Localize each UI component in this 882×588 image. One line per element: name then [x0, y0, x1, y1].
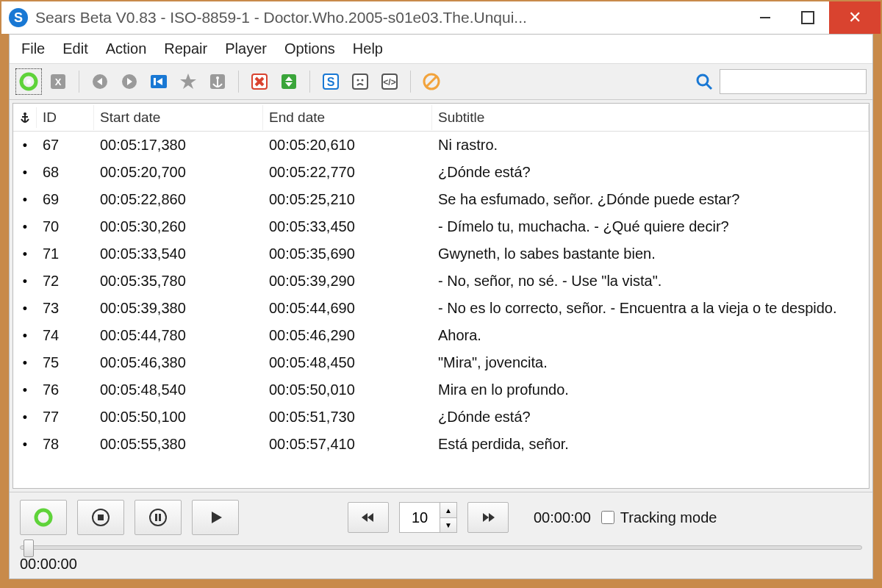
table-row[interactable]: 7700:05:50,10000:05:51,730¿Dónde está?	[13, 404, 869, 431]
row-start: 00:05:22,860	[94, 188, 263, 211]
row-end: 00:05:46,290	[263, 324, 432, 347]
s-logo-icon[interactable]: S	[318, 68, 344, 95]
tracking-mode-input[interactable]	[601, 511, 614, 524]
table-row[interactable]: 7300:05:39,38000:05:44,690- No es lo cor…	[13, 295, 869, 322]
row-bullet	[13, 433, 37, 456]
svg-marker-43	[362, 513, 368, 522]
row-id: 76	[37, 379, 94, 401]
row-bullet	[13, 406, 37, 429]
svg-rect-23	[353, 74, 368, 89]
record-icon[interactable]	[15, 68, 42, 95]
step-up[interactable]: ▲	[440, 503, 456, 517]
export-icon[interactable]	[146, 68, 172, 95]
row-id: 70	[37, 215, 94, 238]
row-start: 00:05:35,780	[94, 270, 263, 293]
search-input[interactable]	[720, 69, 867, 94]
row-id: 69	[37, 188, 94, 211]
row-start: 00:05:17,380	[94, 134, 263, 157]
row-start: 00:05:20,700	[94, 161, 263, 184]
row-subtitle: "Mira", jovencita.	[432, 351, 869, 374]
delete-x-icon[interactable]	[246, 68, 273, 95]
col-subtitle[interactable]: Subtitle	[432, 105, 869, 130]
player-forward-button[interactable]	[467, 502, 509, 533]
svg-marker-44	[483, 513, 489, 522]
table-row[interactable]: 7500:05:46,38000:05:48,450"Mira", jovenc…	[13, 349, 869, 376]
col-anchor[interactable]	[13, 107, 37, 128]
star-icon[interactable]	[175, 68, 201, 95]
row-subtitle: - Dímelo tu, muchacha. - ¿Qué quiere dec…	[432, 215, 869, 238]
menu-help[interactable]: Help	[345, 37, 390, 60]
table-row[interactable]: 7400:05:44,78000:05:46,290Ahora.	[13, 322, 869, 349]
row-subtitle: Gwyneth, lo sabes bastante bien.	[432, 243, 869, 265]
sad-face-icon[interactable]	[347, 68, 373, 95]
svg-point-30	[698, 75, 708, 85]
table-row[interactable]: 7800:05:55,38000:05:57,410Está perdida, …	[13, 431, 869, 458]
table-body[interactable]: 6700:05:17,38000:05:20,610Ni rastro.6800…	[13, 132, 869, 488]
step-spinner[interactable]: 10 ▲ ▼	[399, 502, 457, 533]
table-row[interactable]: 6700:05:17,38000:05:20,610Ni rastro.	[13, 132, 869, 159]
row-start: 00:05:39,380	[94, 297, 263, 320]
seek-slider[interactable]	[20, 545, 862, 550]
svg-marker-42	[368, 513, 373, 522]
row-end: 00:05:35,690	[263, 243, 432, 265]
row-subtitle: Ahora.	[432, 324, 869, 347]
menu-repair[interactable]: Repair	[157, 37, 215, 60]
svg-point-32	[24, 112, 26, 115]
svg-point-35	[36, 510, 51, 525]
player-stop-button[interactable]	[77, 500, 124, 535]
row-subtitle: ¿Dónde está?	[432, 161, 869, 184]
next-dot-icon[interactable]	[116, 68, 143, 95]
merge-icon[interactable]	[276, 68, 302, 95]
svg-rect-39	[155, 514, 157, 521]
seek-thumb[interactable]	[24, 539, 34, 557]
svg-text:X: X	[55, 76, 62, 87]
step-down[interactable]: ▼	[440, 517, 456, 532]
table-row[interactable]: 7100:05:33,54000:05:35,690Gwyneth, lo sa…	[13, 240, 869, 268]
menu-edit[interactable]: Edit	[55, 37, 95, 60]
prev-dot-icon[interactable]	[87, 68, 113, 95]
maximize-button[interactable]	[786, 1, 829, 34]
row-id: 77	[37, 406, 94, 429]
svg-marker-45	[489, 513, 495, 522]
row-id: 73	[37, 297, 94, 320]
player-rewind-button[interactable]	[348, 502, 389, 533]
menu-player[interactable]: Player	[218, 37, 274, 60]
row-subtitle: Se ha esfumado, señor. ¿Dónde puede esta…	[432, 188, 869, 211]
code-tag-icon[interactable]: </>	[376, 68, 403, 95]
svg-text:S: S	[327, 76, 335, 88]
row-end: 00:05:22,770	[263, 161, 432, 184]
row-end: 00:05:51,730	[263, 406, 432, 429]
player-pause-button[interactable]	[135, 500, 182, 535]
svg-line-29	[426, 76, 437, 87]
player-record-button[interactable]	[20, 500, 67, 535]
row-end: 00:05:39,290	[263, 270, 432, 293]
clear-circle-icon[interactable]	[418, 68, 445, 95]
tracking-mode-checkbox[interactable]: Tracking mode	[601, 509, 717, 526]
row-id: 71	[37, 243, 94, 265]
col-end[interactable]: End date	[263, 105, 432, 130]
search-icon[interactable]	[695, 72, 714, 91]
anchor-box-icon[interactable]	[204, 68, 231, 95]
close-button[interactable]: ✕	[829, 1, 881, 34]
table-row[interactable]: 6900:05:22,86000:05:25,210Se ha esfumado…	[13, 186, 869, 213]
svg-point-1	[26, 79, 31, 84]
table-row[interactable]: 7000:05:30,26000:05:33,450- Dímelo tu, m…	[13, 213, 869, 240]
menu-action[interactable]: Action	[98, 37, 154, 60]
row-end: 00:05:50,010	[263, 379, 432, 401]
table-row[interactable]: 6800:05:20,70000:05:22,770¿Dónde está?	[13, 159, 869, 186]
menu-options[interactable]: Options	[277, 37, 343, 60]
menu-file[interactable]: File	[14, 37, 52, 60]
col-start[interactable]: Start date	[94, 105, 263, 130]
player-play-button[interactable]	[192, 500, 239, 535]
row-bullet	[13, 161, 37, 184]
table-row[interactable]: 7200:05:35,78000:05:39,290- No, señor, n…	[13, 268, 869, 295]
row-subtitle: Mira en lo profundo.	[432, 379, 869, 401]
col-id[interactable]: ID	[37, 105, 94, 130]
row-bullet	[13, 270, 37, 293]
minimize-button[interactable]	[744, 1, 786, 34]
fx-icon[interactable]: X	[45, 68, 71, 95]
table-row[interactable]: 7600:05:48,54000:05:50,010Mira en lo pro…	[13, 376, 869, 404]
svg-line-31	[706, 84, 711, 89]
table-header: ID Start date End date Subtitle	[13, 104, 869, 132]
row-end: 00:05:44,690	[263, 297, 432, 320]
